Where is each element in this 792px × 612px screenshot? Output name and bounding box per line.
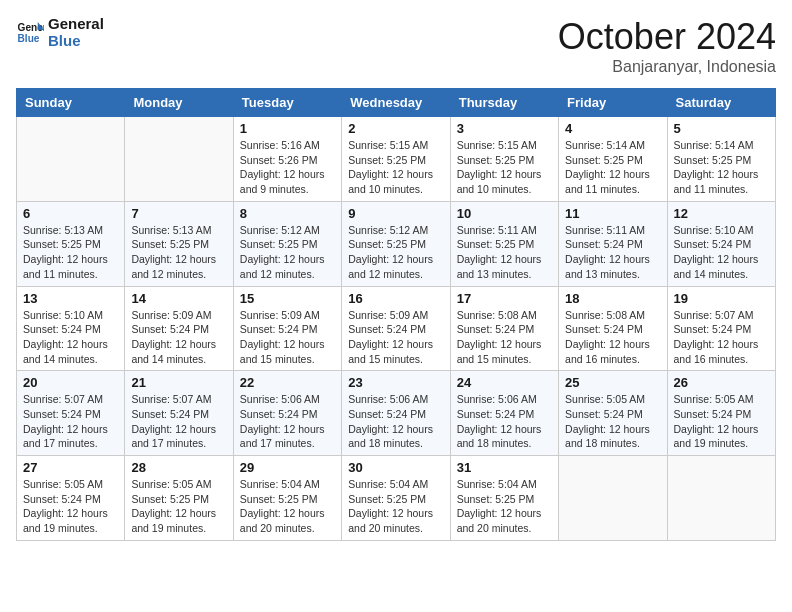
day-number: 13 [23,291,118,306]
day-number: 2 [348,121,443,136]
day-detail: Sunrise: 5:07 AM Sunset: 5:24 PM Dayligh… [23,392,118,451]
day-detail: Sunrise: 5:12 AM Sunset: 5:25 PM Dayligh… [240,223,335,282]
day-number: 17 [457,291,552,306]
day-detail: Sunrise: 5:11 AM Sunset: 5:25 PM Dayligh… [457,223,552,282]
day-number: 4 [565,121,660,136]
day-number: 24 [457,375,552,390]
day-detail: Sunrise: 5:10 AM Sunset: 5:24 PM Dayligh… [674,223,769,282]
day-detail: Sunrise: 5:04 AM Sunset: 5:25 PM Dayligh… [457,477,552,536]
day-number: 21 [131,375,226,390]
day-number: 5 [674,121,769,136]
day-detail: Sunrise: 5:09 AM Sunset: 5:24 PM Dayligh… [348,308,443,367]
day-number: 20 [23,375,118,390]
day-detail: Sunrise: 5:07 AM Sunset: 5:24 PM Dayligh… [131,392,226,451]
location-title: Banjaranyar, Indonesia [558,58,776,76]
day-detail: Sunrise: 5:16 AM Sunset: 5:26 PM Dayligh… [240,138,335,197]
day-number: 15 [240,291,335,306]
calendar-cell: 18Sunrise: 5:08 AM Sunset: 5:24 PM Dayli… [559,286,667,371]
calendar-cell: 4Sunrise: 5:14 AM Sunset: 5:25 PM Daylig… [559,117,667,202]
day-number: 6 [23,206,118,221]
calendar-cell: 9Sunrise: 5:12 AM Sunset: 5:25 PM Daylig… [342,201,450,286]
day-number: 1 [240,121,335,136]
calendar-cell: 15Sunrise: 5:09 AM Sunset: 5:24 PM Dayli… [233,286,341,371]
day-detail: Sunrise: 5:15 AM Sunset: 5:25 PM Dayligh… [348,138,443,197]
calendar-table: SundayMondayTuesdayWednesdayThursdayFrid… [16,88,776,541]
calendar-cell: 5Sunrise: 5:14 AM Sunset: 5:25 PM Daylig… [667,117,775,202]
day-detail: Sunrise: 5:12 AM Sunset: 5:25 PM Dayligh… [348,223,443,282]
day-number: 25 [565,375,660,390]
calendar-cell [559,456,667,541]
calendar-cell: 17Sunrise: 5:08 AM Sunset: 5:24 PM Dayli… [450,286,558,371]
day-detail: Sunrise: 5:04 AM Sunset: 5:25 PM Dayligh… [348,477,443,536]
calendar-cell: 1Sunrise: 5:16 AM Sunset: 5:26 PM Daylig… [233,117,341,202]
day-number: 8 [240,206,335,221]
day-number: 14 [131,291,226,306]
day-detail: Sunrise: 5:14 AM Sunset: 5:25 PM Dayligh… [565,138,660,197]
logo: General Blue General Blue [16,16,104,49]
page-header: General Blue General Blue October 2024 B… [16,16,776,76]
logo-general: General [48,15,104,32]
day-detail: Sunrise: 5:05 AM Sunset: 5:24 PM Dayligh… [674,392,769,451]
calendar-cell: 19Sunrise: 5:07 AM Sunset: 5:24 PM Dayli… [667,286,775,371]
calendar-cell: 2Sunrise: 5:15 AM Sunset: 5:25 PM Daylig… [342,117,450,202]
calendar-cell: 14Sunrise: 5:09 AM Sunset: 5:24 PM Dayli… [125,286,233,371]
day-detail: Sunrise: 5:05 AM Sunset: 5:24 PM Dayligh… [565,392,660,451]
calendar-cell: 30Sunrise: 5:04 AM Sunset: 5:25 PM Dayli… [342,456,450,541]
day-detail: Sunrise: 5:15 AM Sunset: 5:25 PM Dayligh… [457,138,552,197]
day-number: 18 [565,291,660,306]
day-detail: Sunrise: 5:11 AM Sunset: 5:24 PM Dayligh… [565,223,660,282]
month-title: October 2024 [558,16,776,58]
calendar-cell: 27Sunrise: 5:05 AM Sunset: 5:24 PM Dayli… [17,456,125,541]
calendar-cell: 16Sunrise: 5:09 AM Sunset: 5:24 PM Dayli… [342,286,450,371]
day-number: 16 [348,291,443,306]
svg-text:Blue: Blue [18,33,40,44]
day-detail: Sunrise: 5:06 AM Sunset: 5:24 PM Dayligh… [240,392,335,451]
calendar-cell [17,117,125,202]
weekday-header-wednesday: Wednesday [342,89,450,117]
logo-icon: General Blue [16,19,44,47]
day-number: 11 [565,206,660,221]
day-number: 19 [674,291,769,306]
day-number: 22 [240,375,335,390]
weekday-header-row: SundayMondayTuesdayWednesdayThursdayFrid… [17,89,776,117]
day-number: 7 [131,206,226,221]
day-detail: Sunrise: 5:08 AM Sunset: 5:24 PM Dayligh… [565,308,660,367]
calendar-cell: 11Sunrise: 5:11 AM Sunset: 5:24 PM Dayli… [559,201,667,286]
day-number: 31 [457,460,552,475]
calendar-cell: 10Sunrise: 5:11 AM Sunset: 5:25 PM Dayli… [450,201,558,286]
weekday-header-saturday: Saturday [667,89,775,117]
day-number: 3 [457,121,552,136]
day-number: 23 [348,375,443,390]
day-number: 28 [131,460,226,475]
day-detail: Sunrise: 5:06 AM Sunset: 5:24 PM Dayligh… [348,392,443,451]
title-block: October 2024 Banjaranyar, Indonesia [558,16,776,76]
day-detail: Sunrise: 5:10 AM Sunset: 5:24 PM Dayligh… [23,308,118,367]
calendar-week-row: 13Sunrise: 5:10 AM Sunset: 5:24 PM Dayli… [17,286,776,371]
day-number: 10 [457,206,552,221]
calendar-week-row: 20Sunrise: 5:07 AM Sunset: 5:24 PM Dayli… [17,371,776,456]
calendar-week-row: 6Sunrise: 5:13 AM Sunset: 5:25 PM Daylig… [17,201,776,286]
day-number: 29 [240,460,335,475]
day-detail: Sunrise: 5:14 AM Sunset: 5:25 PM Dayligh… [674,138,769,197]
calendar-cell: 8Sunrise: 5:12 AM Sunset: 5:25 PM Daylig… [233,201,341,286]
day-detail: Sunrise: 5:05 AM Sunset: 5:24 PM Dayligh… [23,477,118,536]
calendar-cell: 7Sunrise: 5:13 AM Sunset: 5:25 PM Daylig… [125,201,233,286]
day-number: 9 [348,206,443,221]
calendar-week-row: 1Sunrise: 5:16 AM Sunset: 5:26 PM Daylig… [17,117,776,202]
calendar-cell: 26Sunrise: 5:05 AM Sunset: 5:24 PM Dayli… [667,371,775,456]
calendar-week-row: 27Sunrise: 5:05 AM Sunset: 5:24 PM Dayli… [17,456,776,541]
calendar-cell: 20Sunrise: 5:07 AM Sunset: 5:24 PM Dayli… [17,371,125,456]
logo-blue: Blue [48,32,81,49]
calendar-cell: 22Sunrise: 5:06 AM Sunset: 5:24 PM Dayli… [233,371,341,456]
day-detail: Sunrise: 5:06 AM Sunset: 5:24 PM Dayligh… [457,392,552,451]
day-number: 26 [674,375,769,390]
weekday-header-tuesday: Tuesday [233,89,341,117]
calendar-cell: 25Sunrise: 5:05 AM Sunset: 5:24 PM Dayli… [559,371,667,456]
day-detail: Sunrise: 5:13 AM Sunset: 5:25 PM Dayligh… [131,223,226,282]
calendar-cell [667,456,775,541]
calendar-cell: 31Sunrise: 5:04 AM Sunset: 5:25 PM Dayli… [450,456,558,541]
weekday-header-sunday: Sunday [17,89,125,117]
day-number: 12 [674,206,769,221]
calendar-cell: 29Sunrise: 5:04 AM Sunset: 5:25 PM Dayli… [233,456,341,541]
day-detail: Sunrise: 5:04 AM Sunset: 5:25 PM Dayligh… [240,477,335,536]
